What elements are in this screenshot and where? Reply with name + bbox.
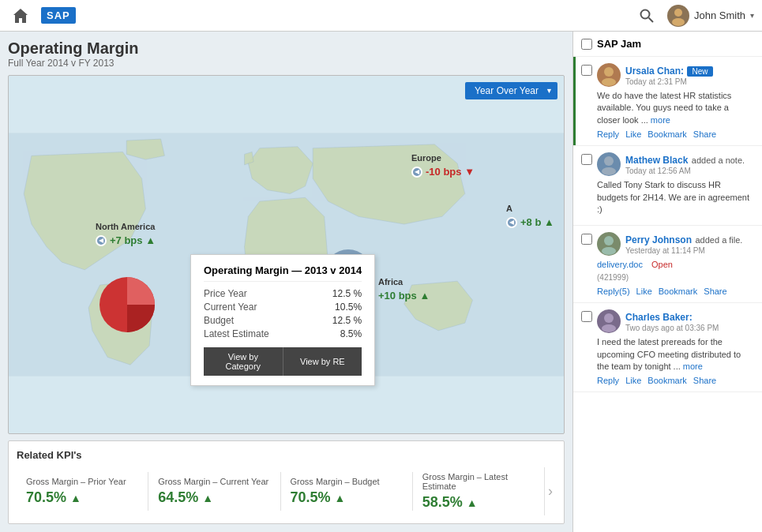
user-menu[interactable]: John Smith ▾	[667, 5, 754, 27]
jam-entry-checkbox-2[interactable]	[581, 154, 592, 165]
jam-share-3[interactable]: Share	[704, 287, 726, 296]
tooltip-val-3: 12.5 %	[332, 315, 362, 326]
region-label-eu: Europe	[411, 153, 441, 163]
view-by-category-button[interactable]: View by Category	[204, 347, 283, 376]
jam-entry-checkbox-4[interactable]	[581, 311, 592, 322]
jam-entry-header-2: Mathew Black added a note. Today at 12:5…	[597, 152, 754, 176]
jam-timestamp-3: Yesterday at 11:14 PM	[625, 246, 754, 255]
svg-point-3	[674, 9, 682, 17]
jam-like-1[interactable]: Like	[625, 129, 641, 139]
jam-panel: SAP Jam Ursala Chan: New Today at 2:31 P…	[572, 32, 762, 532]
jam-entry-content-1: Ursala Chan: New Today at 2:31 PM We do …	[597, 63, 754, 139]
region-label-africa: Africa	[378, 277, 403, 287]
jam-avatar-4	[597, 309, 621, 333]
jam-file-size-3: (421999)	[597, 273, 629, 282]
jam-entry-header-1: Ursala Chan: New Today at 2:31 PM	[597, 63, 754, 87]
jam-file-link-3[interactable]: delivery.doc	[597, 260, 643, 269]
kpi-card-3: Gross Margin – Budget 70.5% ▲	[281, 472, 413, 511]
kpi-next-button[interactable]: ›	[545, 483, 556, 500]
jam-user-info-1: Ursala Chan: New Today at 2:31 PM	[625, 63, 754, 86]
jam-user-name-3[interactable]: Perry Johnson	[625, 234, 692, 245]
jam-bookmark-1[interactable]: Bookmark	[648, 129, 687, 139]
svg-point-12	[602, 247, 616, 255]
page-title: Operating Margin	[8, 39, 565, 58]
marker-dot-asia[interactable]	[506, 217, 517, 228]
tooltip-key-3: Budget	[204, 315, 234, 326]
tooltip-key-4: Latest Estimate	[204, 328, 269, 339]
kpi-card-2: Gross Margin – Current Year 64.5% ▲	[148, 472, 280, 511]
jam-like-3[interactable]: Like	[636, 287, 652, 296]
tooltip-key-1: Price Year	[204, 288, 247, 299]
jam-entry-checkbox-1[interactable]	[581, 65, 592, 76]
jam-entry-header-3: Perry Johnson added a file. Yesterday at…	[597, 232, 754, 256]
jam-bookmark-4[interactable]: Bookmark	[648, 376, 687, 385]
jam-title: SAP Jam	[597, 38, 641, 50]
jam-share-1[interactable]: Share	[693, 129, 716, 139]
jam-more-1[interactable]: more	[651, 115, 670, 125]
jam-body-2: Called Tony Stark to discuss HR budgets …	[597, 179, 754, 215]
kpi-cards: Gross Margin – Prior Year 70.5% ▲ Gross …	[17, 467, 556, 515]
page-title-section: Operating Margin Full Year 2014 v FY 201…	[8, 39, 565, 69]
jam-user-name-1[interactable]: Ursala Chan:	[625, 66, 684, 77]
jam-entry-3: Perry Johnson added a file. Yesterday at…	[573, 226, 762, 303]
jam-reply-3[interactable]: Reply(5)	[597, 287, 630, 296]
content-panel: Operating Margin Full Year 2014 v FY 201…	[0, 32, 572, 532]
tooltip-val-2: 10.5%	[335, 302, 362, 313]
jam-reply-4[interactable]: Reply	[597, 376, 619, 385]
kpi-card-title-3: Gross Margin – Budget	[291, 477, 403, 486]
jam-file-open-3[interactable]: Open	[651, 260, 673, 269]
jam-user-name-2[interactable]: Mathew Black	[625, 155, 688, 166]
header-left: SAP	[8, 3, 76, 28]
jam-header-checkbox[interactable]	[581, 39, 592, 50]
jam-more-4[interactable]: more	[683, 362, 703, 371]
home-button[interactable]	[8, 3, 33, 28]
marker-dot-eu[interactable]	[411, 167, 422, 178]
jam-like-4[interactable]: Like	[625, 376, 641, 385]
kpi-card-value-4: 58.5% ▲	[422, 494, 535, 511]
svg-point-11	[604, 236, 614, 245]
jam-indicator-1	[573, 57, 576, 145]
search-button[interactable]	[636, 5, 658, 27]
kpi-card-value-2: 64.5% ▲	[158, 489, 270, 506]
tooltip-row-3: Budget 12.5 %	[204, 315, 362, 326]
header: SAP John Smith ▾	[0, 0, 762, 32]
kpi-card-1: Gross Margin – Prior Year 70.5% ▲	[17, 472, 148, 511]
jam-body-1: We do have the latest HR statistics avai…	[597, 90, 754, 126]
jam-body-3: delivery.doc Open (421999)	[597, 259, 754, 283]
jam-user-info-3: Perry Johnson added a file. Yesterday at…	[625, 232, 754, 255]
tooltip-val-1: 12.5 %	[332, 288, 362, 299]
marker-dot-na[interactable]	[96, 235, 107, 246]
main-layout: Operating Margin Full Year 2014 v FY 201…	[0, 32, 762, 532]
kpi-card-title-4: Gross Margin – Latest Estimate	[422, 472, 535, 491]
svg-point-7	[604, 67, 614, 77]
tooltip-buttons: View by Category View by RE	[204, 347, 362, 376]
kpi-card-4: Gross Margin – Latest Estimate 58.5% ▲	[413, 467, 545, 515]
jam-avatar-2	[597, 152, 621, 176]
jam-entry-checkbox-3[interactable]	[581, 234, 592, 245]
jam-user-info-2: Mathew Black added a note. Today at 12:5…	[625, 152, 754, 175]
tooltip-row-1: Price Year 12.5 %	[204, 288, 362, 299]
jam-body-4: I need the latest prereads for the upcom…	[597, 336, 754, 373]
jam-timestamp-1: Today at 2:31 PM	[625, 77, 754, 86]
jam-reply-1[interactable]: Reply	[597, 129, 619, 139]
jam-entry-4: Charles Baker: Two days ago at 03:36 PM …	[573, 303, 762, 392]
svg-line-2	[648, 17, 653, 22]
jam-entry-content-3: Perry Johnson added a file. Yesterday at…	[597, 232, 754, 296]
header-right: John Smith ▾	[636, 5, 754, 27]
jam-entry-1: Ursala Chan: New Today at 2:31 PM We do …	[573, 57, 762, 146]
svg-point-1	[640, 9, 649, 18]
jam-share-4[interactable]: Share	[693, 376, 716, 385]
svg-point-4	[672, 18, 685, 26]
map-container: Year Over Year	[8, 75, 565, 434]
jam-timestamp-2: Today at 12:56 AM	[625, 167, 754, 175]
kpi-title: Related KPI's	[17, 449, 556, 461]
jam-entry-header-4: Charles Baker: Two days ago at 03:36 PM	[597, 309, 754, 333]
kpi-card-value-1: 70.5% ▲	[26, 489, 138, 506]
marker-value-africa: +10 bps ▲	[378, 290, 430, 302]
jam-user-name-4[interactable]: Charles Baker:	[625, 312, 693, 323]
jam-bookmark-3[interactable]: Bookmark	[659, 287, 698, 296]
jam-actions-3: Reply(5) Like Bookmark Share	[597, 287, 754, 296]
svg-point-13	[604, 313, 614, 323]
view-by-re-button[interactable]: View by RE	[283, 347, 362, 376]
jam-user-info-4: Charles Baker: Two days ago at 03:36 PM	[625, 309, 754, 332]
